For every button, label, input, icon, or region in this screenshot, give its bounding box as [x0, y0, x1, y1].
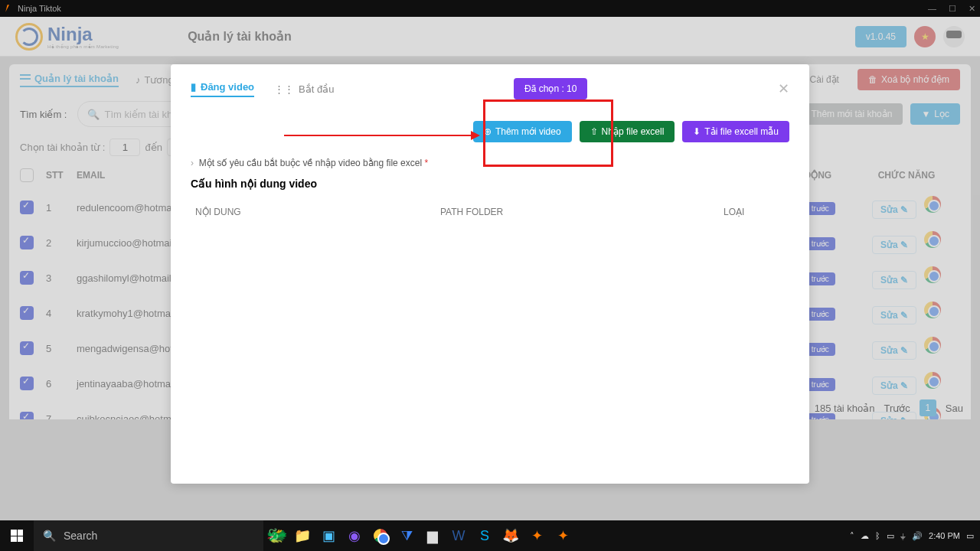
- import-excel-button[interactable]: ⇧Nhập file excell: [580, 121, 675, 142]
- download-icon: ⬇: [693, 126, 701, 137]
- modal-tab-start[interactable]: ⋮⋮Bắt đầu: [274, 83, 334, 95]
- import-icon: ⇧: [590, 126, 598, 137]
- modal-tab-upload[interactable]: ▮Đăng video: [191, 81, 254, 97]
- section-title: Cấu hình nội dung video: [191, 178, 789, 190]
- mcol-content: NỘI DUNG: [195, 207, 440, 217]
- modal-close-icon[interactable]: ✕: [778, 82, 789, 96]
- mcol-type: LOẠI: [724, 207, 785, 217]
- play-icon: ⋮⋮: [274, 83, 294, 95]
- window-title: Ninja Tiktok: [18, 4, 61, 13]
- minimize-icon[interactable]: —: [928, 4, 936, 14]
- download-template-button[interactable]: ⬇Tải file excell mẫu: [682, 121, 789, 142]
- close-icon[interactable]: ✕: [969, 4, 975, 14]
- selected-count-chip: Đã chọn : 10: [514, 78, 587, 99]
- modal-columns: NỘI DUNG PATH FOLDER LOẠI: [191, 201, 789, 223]
- video-modal: ▮Đăng video ⋮⋮Bắt đầu Đã chọn : 10 ✕ ⊕Th…: [171, 64, 809, 435]
- app-icon: [5, 4, 14, 13]
- window-titlebar: Ninja Tiktok — ☐ ✕: [0, 0, 980, 17]
- chevron-right-icon: ›: [191, 158, 194, 168]
- plus-circle-icon: ⊕: [484, 126, 492, 137]
- maximize-icon[interactable]: ☐: [949, 4, 956, 14]
- add-video-button[interactable]: ⊕Thêm mới video: [473, 121, 572, 142]
- file-icon: ▮: [191, 81, 196, 93]
- import-requirement-note[interactable]: › Một số yêu cầu bắt buộc về nhập video …: [191, 158, 789, 168]
- mcol-path: PATH FOLDER: [440, 207, 724, 217]
